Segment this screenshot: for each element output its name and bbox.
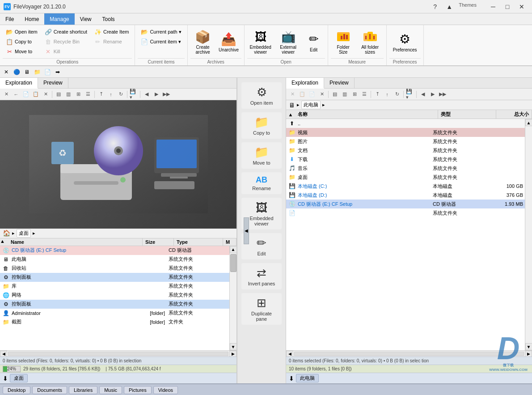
rpt-forward[interactable]: ▶ xyxy=(428,90,437,99)
rp-row-music[interactable]: 🎵 音乐 系统文件夹 xyxy=(286,164,525,173)
rpt-root[interactable]: ⤒ xyxy=(373,90,382,99)
taskbar-videos[interactable]: Videos xyxy=(153,386,178,394)
rp-row-desktop[interactable]: 📁 桌面 系统文件夹 xyxy=(286,173,525,182)
rp-path-pc[interactable]: 此电脑 xyxy=(301,101,321,109)
hscroll-right[interactable]: ▶ xyxy=(229,351,236,357)
close-button[interactable]: ✕ xyxy=(515,2,528,11)
file-row-screenshot[interactable]: 📁 截图 [folder] 文件夹 xyxy=(0,318,229,327)
header-type[interactable]: Type xyxy=(174,238,223,246)
right-tab-exploration[interactable]: Exploration xyxy=(286,78,324,89)
file-row-ctrl[interactable]: ⚙ 控制面板 系统文件夹 xyxy=(0,300,229,309)
rp-header-name[interactable]: 名称 xyxy=(295,110,438,119)
file-row-lib[interactable]: 📁 库 系统文件夹 xyxy=(0,282,229,291)
taskbar-desktop[interactable]: Desktop xyxy=(3,386,30,394)
pt-close[interactable]: ✕ xyxy=(2,90,11,99)
pt-doc2[interactable]: 📋 xyxy=(31,90,40,99)
rp-row-d[interactable]: 💾 本地磁盘 (D:) 本地磁盘 376 GB xyxy=(286,191,525,200)
menu-manage[interactable]: Manage xyxy=(44,13,74,25)
mid-duplicate-pane[interactable]: ⊞ Duplicate pane xyxy=(241,293,282,325)
pt-cancel[interactable]: ✕ xyxy=(41,90,50,99)
pt-doc1[interactable]: 📄 xyxy=(21,90,30,99)
ql-doc[interactable]: 📄 xyxy=(43,68,52,76)
taskbar-documents[interactable]: Documents xyxy=(32,386,67,394)
right-scrollbar[interactable]: ▲ ▼ xyxy=(525,119,532,350)
help-button[interactable]: ? xyxy=(428,2,442,11)
scroll-thumb[interactable] xyxy=(230,254,236,272)
hscroll-left[interactable]: ◀ xyxy=(0,351,7,357)
folder-size-button[interactable]: Folder Size xyxy=(331,27,356,57)
taskbar-pictures[interactable]: Pictures xyxy=(124,386,152,394)
ql-bluetooth[interactable]: 🔵 xyxy=(12,68,21,76)
pt-view1[interactable]: ▤ xyxy=(54,90,63,99)
preferences-button[interactable]: ⚙ Preferences xyxy=(389,27,421,57)
menu-tools[interactable]: Tools xyxy=(97,13,120,25)
file-row-admin[interactable]: 👤 Administrator [folder] 系统文件夹 xyxy=(0,309,229,318)
rpt-forward2[interactable]: ▶▶ xyxy=(438,90,447,99)
left-tab-exploration[interactable]: Exploration xyxy=(0,78,38,89)
pt-drive[interactable]: 💾▾ xyxy=(129,90,138,99)
rp-row-blank[interactable]: 📄 系统文件夹 xyxy=(286,208,525,217)
rpt-view2[interactable]: ▥ xyxy=(340,90,349,99)
external-viewer-button[interactable]: 📺 External viewer xyxy=(275,27,302,57)
rp-hscroll-left[interactable]: ◀ xyxy=(286,351,293,357)
mid-copy-to[interactable]: 📁 Copy to xyxy=(241,112,282,139)
mid-rename[interactable]: AB Rename xyxy=(241,172,282,194)
ql-screen[interactable]: 🖥 xyxy=(22,68,31,76)
unarchive-button[interactable]: 📤 Unarchive xyxy=(216,27,241,57)
pt-view2[interactable]: ▥ xyxy=(64,90,73,99)
ql-close[interactable]: ✕ xyxy=(2,68,11,76)
pt-root[interactable]: ⤒ xyxy=(97,90,106,99)
embedded-viewer-button[interactable]: 🖼 Embedded viewer xyxy=(247,27,274,57)
create-item-button[interactable]: ✨ Create Item xyxy=(91,27,132,37)
mid-invert-panes[interactable]: ⇄ Invert panes xyxy=(241,263,282,289)
pt-view4[interactable]: ☰ xyxy=(84,90,93,99)
rpt-view1[interactable]: ▤ xyxy=(330,90,339,99)
rp-row-docs[interactable]: 📁 文档 系统文件夹 xyxy=(286,146,525,155)
taskbar-music[interactable]: Music xyxy=(99,386,122,394)
rpt-view3[interactable]: ⊞ xyxy=(350,90,359,99)
file-row-pc[interactable]: 🖥 此电脑 系统文件夹 xyxy=(0,255,229,264)
rpt-doc1[interactable]: 📋 xyxy=(298,90,307,99)
menu-home[interactable]: Home xyxy=(19,13,44,25)
create-shortcut-button[interactable]: 🔗 Create shortcut xyxy=(42,27,90,37)
rpt-view4[interactable]: ☰ xyxy=(360,90,369,99)
path-desktop[interactable]: 桌面 xyxy=(17,229,31,238)
pt-up[interactable]: ↑ xyxy=(106,90,115,99)
rpt-up[interactable]: ↑ xyxy=(383,90,392,99)
pt-back[interactable]: ◀ xyxy=(142,90,151,99)
move-to-button[interactable]: ✂ Move to xyxy=(3,47,41,56)
ql-folder[interactable]: 📁 xyxy=(33,68,42,76)
left-scrollbar[interactable]: ▲ ▼ xyxy=(229,246,236,351)
menu-view[interactable]: View xyxy=(75,13,97,25)
maximize-button[interactable]: □ xyxy=(501,2,514,11)
rp-row-up[interactable]: ⬆ .. xyxy=(286,119,525,128)
taskbar-libraries[interactable]: Libraries xyxy=(69,386,97,394)
rename-button[interactable]: ✏ Rename xyxy=(91,37,132,47)
scroll-down[interactable]: ▼ xyxy=(230,343,237,350)
menu-file[interactable]: File xyxy=(0,13,19,25)
pt-view3[interactable]: ⊞ xyxy=(74,90,83,99)
rp-nav-label[interactable]: 此电脑 xyxy=(296,374,319,382)
rp-header-type[interactable]: 类型 xyxy=(438,110,496,119)
file-row-net[interactable]: 🌐 网络 系统文件夹 xyxy=(0,291,229,300)
right-hscroll[interactable]: ◀ ▶ xyxy=(286,350,532,357)
recycle-bin-button[interactable]: 🗑 Recycle Bin xyxy=(42,37,90,47)
pt-forward[interactable]: ▶ xyxy=(152,90,161,99)
collapse-left-btn[interactable]: ◀ xyxy=(244,217,249,244)
rp-row-c[interactable]: 💾 本地磁盘 (C:) 本地磁盘 100 GB xyxy=(286,182,525,191)
minimize-button[interactable]: ─ xyxy=(486,2,500,11)
left-tab-preview[interactable]: Preview xyxy=(38,78,68,88)
current-item-button[interactable]: 📄 Current item ▾ xyxy=(138,37,184,47)
rp-row-cde[interactable]: 💿 CD 驱动器 (E:) CF Setup CD 驱动器 1.93 MB xyxy=(286,200,525,208)
current-path-button[interactable]: 📂 Current path ▾ xyxy=(138,27,184,37)
rp-row-downloads[interactable]: ⬇ 下载 系统文件夹 xyxy=(286,155,525,164)
copy-to-button[interactable]: 📋 Copy to xyxy=(3,37,41,47)
pt-refresh[interactable]: ↻ xyxy=(116,90,125,99)
create-archive-button[interactable]: 📦 Create archive xyxy=(190,27,215,57)
all-folder-sizes-button[interactable]: All folder sizes xyxy=(357,27,384,57)
rpt-refresh[interactable]: ↻ xyxy=(393,90,401,99)
right-tab-preview[interactable]: Preview xyxy=(324,78,355,88)
rp-row-pics[interactable]: 📁 图片 系统文件夹 xyxy=(286,137,525,146)
header-m[interactable]: M xyxy=(223,238,236,246)
kill-button[interactable]: ✕ Kill xyxy=(42,47,90,56)
